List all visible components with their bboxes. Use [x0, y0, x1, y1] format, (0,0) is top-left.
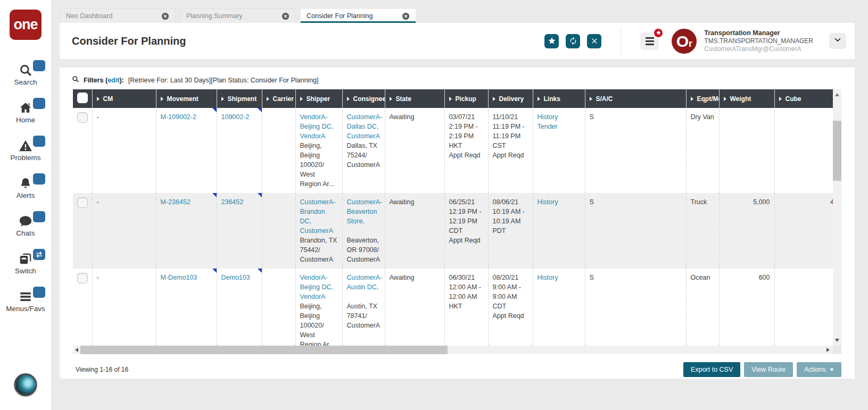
shipper-link[interactable]: VendorA-Beijing DC, VendorA: [300, 273, 338, 302]
sidebar-item-home[interactable]: Home: [0, 94, 51, 131]
page-header: Consider For Planning Or: [60, 23, 855, 59]
user-avatar[interactable]: Or: [672, 29, 697, 54]
column-header-links[interactable]: Links: [533, 89, 585, 108]
movement-link[interactable]: M-236452: [161, 198, 191, 206]
main-area: Neo Dashboard Planning Summary Consider …: [60, 0, 855, 410]
history-link[interactable]: History: [538, 198, 558, 206]
data-grid: CMMovementShipmentCarrierShipperConsigne…: [73, 89, 841, 346]
note-flag-icon: [212, 269, 217, 273]
shipper-cell: VendorA-Beijing DC, VendorABeijing, Beij…: [295, 269, 342, 346]
sidebar-item-menus-favs[interactable]: Menus/Favs: [0, 282, 51, 320]
sidebar-item-switch[interactable]: Switch: [0, 245, 51, 282]
actions-button[interactable]: Actions: [797, 362, 841, 377]
movement-cell: M-236452: [156, 193, 217, 269]
scroll-right-arrow-icon[interactable]: [824, 346, 832, 354]
content-card: Filters (edit): [Retrieve For: Last 30 D…: [60, 68, 855, 379]
movement-link[interactable]: M-Demo103: [161, 274, 197, 281]
consignee-cell: CustomerA-Dallas DC, CustomerADallas, TX…: [342, 108, 385, 193]
close-page-button[interactable]: [587, 34, 601, 48]
assistant-avatar-icon[interactable]: [14, 373, 37, 396]
one-logo[interactable]: one: [10, 10, 42, 40]
sidebar: one Search Home Problems Alerts Chats Sw…: [0, 0, 51, 410]
vertical-scrollbar[interactable]: [833, 89, 841, 346]
shipper-cell: CustomerA-Brandon DC, CustomerABrandon, …: [295, 193, 342, 269]
table-row: - M-236452 236452 CustomerA-Brandon DC, …: [73, 193, 833, 269]
consignee-cell: CustomerA-Austin DC,Austin, TX 78741/ Cu…: [342, 269, 385, 346]
select-all-checkbox[interactable]: [77, 93, 88, 103]
tender-link[interactable]: Tender: [538, 123, 558, 130]
export-csv-button[interactable]: Export to CSV: [683, 362, 740, 377]
search-icon: [72, 76, 79, 85]
column-header-shipper[interactable]: Shipper: [295, 89, 342, 108]
sidebar-item-problems[interactable]: Problems: [0, 131, 51, 169]
chat-icon: [19, 214, 32, 228]
tab-bar: Neo Dashboard Planning Summary Consider …: [60, 9, 855, 23]
footer-buttons: Export to CSV View Route Actions: [683, 362, 841, 377]
search-icon: [19, 63, 32, 77]
tab-close-icon[interactable]: [402, 12, 410, 20]
history-link[interactable]: History: [538, 113, 558, 121]
horizontal-scroll-thumb[interactable]: [80, 346, 448, 354]
shipper-link[interactable]: CustomerA-Brandon DC, CustomerA: [300, 197, 338, 236]
scroll-down-arrow-icon[interactable]: [833, 336, 841, 345]
shipment-link[interactable]: 236452: [221, 198, 244, 206]
filters-edit-link[interactable]: edit: [108, 77, 119, 84]
column-header-shipment[interactable]: Shipment: [217, 89, 262, 108]
eqpt-cell: Truck: [686, 193, 719, 269]
sidebar-item-search[interactable]: Search: [0, 56, 51, 94]
horizontal-scrollbar[interactable]: [73, 346, 841, 354]
bell-icon: [19, 177, 32, 190]
movement-link[interactable]: M-109002-2: [161, 113, 196, 121]
pickup-cell: 03/07/21 2:19 PM - 2:19 PM HKTAppt Reqd: [444, 108, 488, 193]
row-checkbox[interactable]: [77, 273, 88, 283]
favorite-button[interactable]: [544, 34, 559, 48]
row-checkbox[interactable]: [77, 197, 88, 208]
consignee-link[interactable]: CustomerA-Austin DC,: [347, 273, 381, 292]
sidebar-item-alerts[interactable]: Alerts: [0, 169, 51, 207]
column-header-state[interactable]: State: [385, 89, 444, 108]
row-checkbox[interactable]: [77, 112, 88, 123]
header-menu-button[interactable]: [640, 32, 659, 50]
sidebar-nav: Search Home Problems Alerts Chats Switch…: [0, 56, 51, 320]
column-header-pickup[interactable]: Pickup: [444, 89, 488, 108]
tab-close-icon[interactable]: [161, 12, 169, 20]
column-header-s-a-c[interactable]: S/A/C: [585, 89, 686, 108]
column-header-weight[interactable]: Weight: [719, 89, 774, 108]
consignee-link[interactable]: CustomerA-Beaverton Store,: [347, 197, 381, 226]
shipper-link[interactable]: VendorA-Beijing DC, VendorA: [300, 112, 338, 141]
table-row: - M-Demo103 Demo103 VendorA-Beijing DC, …: [73, 269, 833, 346]
sac-cell: S: [585, 269, 686, 346]
row-select-cell: [73, 193, 92, 269]
history-link[interactable]: History: [538, 274, 558, 281]
shipment-link[interactable]: Demo103: [221, 274, 250, 281]
home-icon: [19, 101, 32, 115]
cm-cell: -: [92, 269, 156, 346]
note-flag-icon: [212, 193, 217, 197]
tab-neo-dashboard[interactable]: Neo Dashboard: [60, 9, 176, 23]
tab-planning-summary[interactable]: Planning Summary: [180, 9, 296, 23]
column-header-eqpt-mod[interactable]: Eqpt/Mod: [686, 89, 719, 108]
column-header-delivery[interactable]: Delivery: [488, 89, 533, 108]
column-header-cm[interactable]: CM: [92, 89, 156, 108]
user-menu-button[interactable]: [829, 33, 846, 49]
swap-icon[interactable]: [33, 249, 45, 260]
refresh-button[interactable]: [566, 34, 580, 48]
scrollbar-corner: [833, 346, 841, 354]
tab-close-icon[interactable]: [282, 12, 290, 20]
view-route-button[interactable]: View Route: [744, 362, 793, 377]
delivery-cell: 08/20/21 9:00 AM - 9:00 AM CDTAppt Reqd: [488, 269, 533, 346]
pickup-cell: 06/25/21 12:19 PM - 12:19 PM CDTAppt Req…: [444, 193, 488, 269]
scroll-up-arrow-icon[interactable]: [833, 90, 841, 99]
column-header-cube[interactable]: Cube: [774, 89, 833, 108]
filters-summary: [Retrieve For: Last 30 Days][Plan Status…: [128, 77, 319, 84]
shipment-link[interactable]: 109002-2: [221, 113, 250, 121]
tab-consider-for-planning[interactable]: Consider For Planning: [300, 9, 416, 23]
scroll-left-arrow-icon[interactable]: [73, 346, 80, 354]
vertical-scroll-thumb[interactable]: [833, 121, 841, 181]
sidebar-item-chats[interactable]: Chats: [0, 207, 51, 245]
column-header-consignee[interactable]: Consignee: [342, 89, 385, 108]
consignee-link[interactable]: CustomerA-Dallas DC, CustomerA: [347, 112, 381, 141]
column-header-carrier[interactable]: Carrier: [262, 89, 295, 108]
chevron-down-icon: [834, 36, 841, 46]
column-header-movement[interactable]: Movement: [156, 89, 217, 108]
